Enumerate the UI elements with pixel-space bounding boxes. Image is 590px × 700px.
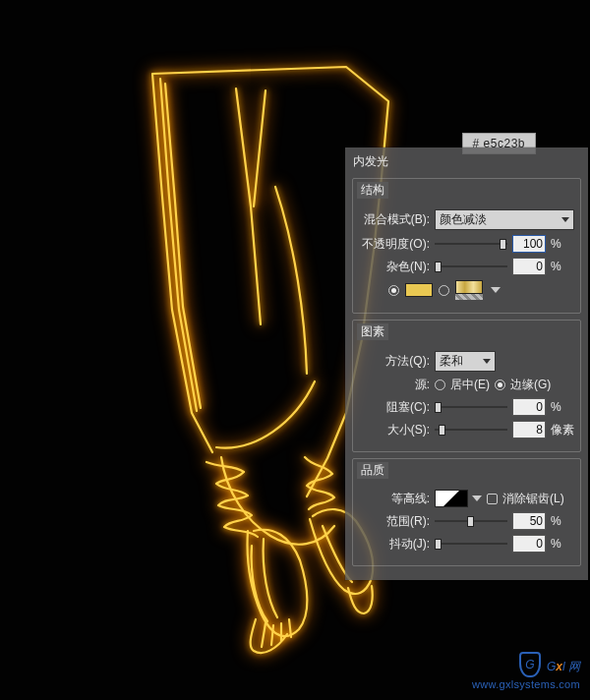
noise-label: 杂色(N):: [359, 259, 430, 275]
opacity-input[interactable]: 100: [512, 235, 546, 253]
method-label: 方法(Q):: [359, 353, 430, 370]
blend-mode-label: 混合模式(B):: [359, 211, 430, 228]
source-label: 源:: [359, 377, 430, 393]
chevron-down-icon: [483, 359, 491, 364]
choke-label: 阻塞(C):: [359, 399, 430, 416]
chevron-down-icon: [561, 217, 569, 222]
jitter-label: 抖动(J):: [359, 536, 430, 553]
jitter-unit: %: [551, 537, 574, 551]
group-structure-legend: 结构: [357, 182, 388, 199]
source-center-text: 居中(E): [450, 377, 490, 393]
shield-icon: G: [519, 652, 541, 677]
noise-unit: %: [551, 260, 574, 273]
chevron-down-icon[interactable]: [472, 496, 482, 501]
size-unit: 像素: [551, 422, 574, 438]
blend-mode-select[interactable]: 颜色减淡: [435, 209, 574, 230]
choke-unit: %: [551, 400, 574, 414]
source-edge-text: 边缘(G): [510, 377, 551, 393]
size-slider[interactable]: [435, 423, 507, 437]
group-elements: 图素 方法(Q): 柔和 源: 居中(E) 边缘(G) 阻塞(C): 0 % 大…: [352, 320, 581, 452]
group-quality: 品质 等高线: 消除锯齿(L) 范围(R): 50 % 抖动(J): 0 %: [352, 458, 581, 566]
size-input[interactable]: 8: [512, 421, 546, 438]
group-elements-legend: 图素: [357, 323, 388, 340]
jitter-input[interactable]: 0: [512, 535, 546, 553]
opacity-label: 不透明度(O):: [359, 236, 430, 253]
glow-gradient-swatch[interactable]: [455, 280, 483, 300]
contour-label: 等高线:: [359, 491, 430, 507]
glow-color-swatch[interactable]: [405, 283, 433, 297]
range-input[interactable]: 50: [512, 512, 546, 530]
watermark-url: www.gxlsystems.com: [472, 678, 580, 690]
antialias-checkbox[interactable]: [487, 494, 498, 504]
source-edge-radio[interactable]: [495, 379, 505, 390]
range-slider[interactable]: [435, 514, 507, 528]
watermark: G Gxl 网 www.gxlsystems.com: [472, 652, 580, 690]
chevron-down-icon[interactable]: [491, 287, 501, 293]
antialias-label: 消除锯齿(L): [502, 491, 564, 507]
blend-mode-value: 颜色减淡: [440, 211, 487, 228]
watermark-brand: Gxl 网: [547, 655, 580, 675]
jitter-slider[interactable]: [435, 537, 507, 551]
group-quality-legend: 品质: [357, 462, 388, 479]
range-unit: %: [551, 514, 574, 528]
source-center-radio[interactable]: [435, 379, 445, 390]
glow-color-gradient-radio[interactable]: [439, 285, 449, 296]
method-select[interactable]: 柔和: [435, 351, 496, 372]
panel-title: 内发光: [345, 151, 588, 174]
glow-color-solid-radio[interactable]: [388, 285, 399, 296]
contour-picker[interactable]: [435, 490, 468, 507]
choke-input[interactable]: 0: [512, 398, 546, 416]
opacity-unit: %: [551, 237, 574, 251]
choke-slider[interactable]: [435, 400, 507, 414]
noise-slider[interactable]: [435, 260, 507, 273]
size-label: 大小(S):: [359, 422, 430, 438]
range-label: 范围(R):: [359, 513, 430, 530]
method-value: 柔和: [440, 353, 463, 370]
group-structure: 结构 混合模式(B): 颜色减淡 不透明度(O): 100 % 杂色(N): 0…: [352, 178, 581, 314]
opacity-slider[interactable]: [435, 237, 507, 251]
noise-input[interactable]: 0: [512, 258, 546, 275]
layer-style-panel: 内发光 结构 混合模式(B): 颜色减淡 不透明度(O): 100 % 杂色(N…: [345, 147, 588, 580]
